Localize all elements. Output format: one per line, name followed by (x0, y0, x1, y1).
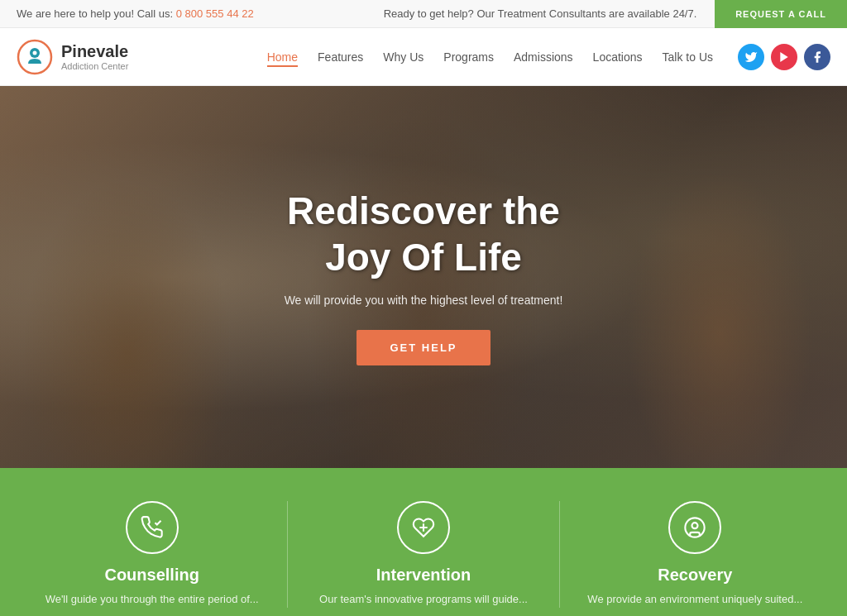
recovery-title: Recovery (658, 566, 732, 585)
ready-text: Ready to get help? Our Treatment Consult… (384, 7, 697, 20)
hero-subtitle: We will provide you with the highest lev… (285, 294, 563, 307)
intervention-desc: Our team's innovative programs will guid… (319, 591, 528, 608)
svg-point-5 (692, 523, 698, 528)
nav-item-locations[interactable]: Locations (593, 50, 643, 64)
nav-link-whyus[interactable]: Why Us (383, 50, 424, 64)
twitter-button[interactable] (738, 44, 764, 70)
counselling-desc: We'll guide you through the entire perio… (45, 591, 259, 608)
request-call-button[interactable]: REQUEST A CALL (715, 0, 847, 28)
nav-link-admissions[interactable]: Admissions (514, 50, 573, 64)
service-recovery: Recovery We provide an environment uniqu… (560, 501, 830, 608)
services-bar: Counselling We'll guide you through the … (0, 468, 847, 616)
youtube-icon (778, 50, 791, 64)
service-counselling: Counselling We'll guide you through the … (17, 501, 287, 608)
phone-link[interactable]: 0 800 555 44 22 (176, 7, 254, 20)
counselling-icon-circle (126, 501, 179, 554)
recovery-icon (683, 516, 706, 539)
nav-link-talkto[interactable]: Talk to Us (663, 50, 713, 64)
get-help-button[interactable]: GET HELP (357, 330, 490, 365)
navbar: Pinevale Addiction Center Home Features … (0, 28, 847, 86)
svg-marker-3 (780, 52, 787, 62)
logo-text: Pinevale Addiction Center (61, 41, 128, 72)
top-bar-center: Ready to get help? Our Treatment Consult… (366, 7, 715, 20)
nav-link-programs[interactable]: Programs (443, 50, 494, 64)
hero-title: Rediscover the Joy Of Life (285, 189, 563, 279)
facebook-icon (811, 50, 824, 64)
intervention-icon (412, 516, 435, 539)
nav-item-features[interactable]: Features (318, 50, 363, 64)
logo: Pinevale Addiction Center (17, 39, 128, 75)
intervention-icon-circle (397, 501, 450, 554)
nav-item-admissions[interactable]: Admissions (514, 50, 573, 64)
counselling-title: Counselling (104, 566, 199, 585)
hero-title-line2: Joy Of Life (325, 236, 522, 279)
hero-title-line1: Rediscover the (287, 189, 560, 232)
youtube-button[interactable] (771, 44, 797, 70)
help-text: We are here to help you! Call us: (17, 7, 173, 20)
nav-link-locations[interactable]: Locations (593, 50, 643, 64)
nav-link-home[interactable]: Home (267, 50, 298, 67)
logo-name: Pinevale (61, 41, 128, 61)
nav-item-talkto[interactable]: Talk to Us (663, 50, 713, 64)
nav-item-programs[interactable]: Programs (443, 50, 494, 64)
counselling-icon (141, 516, 164, 539)
nav-links: Home Features Why Us Programs Admissions… (267, 50, 713, 64)
hero-section: Rediscover the Joy Of Life We will provi… (0, 86, 847, 468)
nav-link-features[interactable]: Features (318, 50, 363, 64)
nav-item-whyus[interactable]: Why Us (383, 50, 424, 64)
hero-content: Rediscover the Joy Of Life We will provi… (285, 189, 563, 365)
logo-icon (17, 39, 53, 75)
logo-subtitle: Addiction Center (61, 61, 128, 72)
top-bar: We are here to help you! Call us: 0 800 … (0, 0, 847, 28)
social-icons (738, 44, 830, 70)
top-bar-right: REQUEST A CALL (715, 0, 847, 28)
recovery-icon-circle (668, 501, 721, 554)
twitter-icon (744, 50, 758, 64)
recovery-desc: We provide an environment uniquely suite… (587, 591, 802, 608)
top-bar-left: We are here to help you! Call us: 0 800 … (0, 7, 366, 20)
svg-point-2 (33, 50, 37, 55)
nav-item-home[interactable]: Home (267, 50, 298, 64)
facebook-button[interactable] (804, 44, 830, 70)
svg-point-4 (686, 518, 705, 537)
intervention-title: Intervention (376, 566, 471, 585)
service-intervention: Intervention Our team's innovative progr… (288, 501, 558, 608)
